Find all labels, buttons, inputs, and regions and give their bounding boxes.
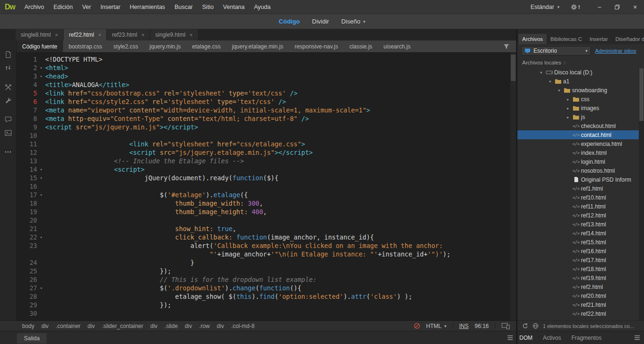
panel-menu-icon[interactable] [634,335,640,340]
code-scrollbar-thumb[interactable] [511,55,516,81]
tree-item-login.html[interactable]: </>login.html [517,157,644,166]
code-line-14[interactable]: 14▾<script> [16,165,516,174]
code-line-3[interactable]: 3▾<head> [16,72,516,80]
tree-item-ref1.html[interactable]: </>ref1.html [517,184,644,193]
tree-item-checkout.html[interactable]: </>checkout.html [517,121,644,130]
tag-.row[interactable]: .row [199,323,210,329]
code-line-29[interactable]: 29}); [16,301,516,309]
device-preview-icon[interactable] [501,323,510,329]
doc-type-dropdown[interactable]: HTML ▾ [426,323,446,329]
fold-arrow-icon[interactable]: ▾ [37,72,45,80]
related-file-bootstrap.css[interactable]: bootstrap.css [63,40,108,52]
live-view-icon[interactable] [0,80,16,94]
tree-scrollbar[interactable] [639,68,644,320]
tree-item-ref17.html[interactable]: </>ref17.html [517,256,644,264]
code-line-12[interactable]: 12<script src="js/jquery.etalage.min.js"… [16,148,516,157]
view-mode-diseño[interactable]: Diseño▾ [341,18,365,25]
restore-button[interactable] [608,0,626,14]
file-management-icon[interactable] [0,61,16,74]
tree-item-ref19.html[interactable]: </>ref19.html [517,273,644,282]
code-line-8[interactable]: 8<meta http-equiv="Content-Type" content… [16,114,516,123]
toolbar-options-icon[interactable] [0,145,16,159]
code-line-18[interactable]: 18thumb_image_width: 300, [16,199,516,208]
code-line-7[interactable]: 7<meta name="viewport" content="width=de… [16,106,516,114]
tree-item-ref18.html[interactable]: </>ref18.html [517,264,644,273]
code-line-10[interactable]: 10 [16,131,516,140]
code-line-1[interactable]: 1<!DOCTYPE HTML> [16,55,516,64]
code-line-wrap[interactable]: "'+image_anchor+'"\n(in Etalage instance… [16,250,516,258]
tree-item-ref2.html[interactable]: </>ref2.html [517,282,644,291]
tag-div[interactable]: div [41,323,48,329]
collapse-icon[interactable]: ▾ [538,70,544,75]
tag-body[interactable]: body [22,323,34,329]
code-line-28[interactable]: 28etalage_show( $(this).find('option:sel… [16,292,516,301]
menu-edición[interactable]: Edición [49,4,78,10]
related-file-uisearch.js[interactable]: uisearch.js [378,40,416,52]
tag-div[interactable]: div [185,323,192,329]
bottom-tab-dom[interactable]: DOM [519,335,533,341]
related-file-responsive-nav.js[interactable]: responsive-nav.js [289,40,343,52]
related-file-classie.js[interactable]: classie.js [344,40,378,52]
tree-scrollbar-thumb[interactable] [639,68,644,121]
doc-tab-single9.html[interactable]: single9.html× [150,29,198,40]
format-source-icon[interactable] [0,94,16,107]
tree-item-js[interactable]: ▸js [517,112,644,121]
menu-herramientas[interactable]: Herramientas [125,4,170,10]
code-line-26[interactable]: 26// This is for the dropdown list examp… [16,275,516,284]
tree-item-ref10.html[interactable]: </>ref10.html [517,193,644,202]
tree-item-snowboarding[interactable]: ▾snowboarding [517,86,644,95]
globe-icon[interactable] [533,323,539,329]
code-line-4[interactable]: 4<title>ANALOGA</title> [16,80,516,89]
fold-arrow-icon[interactable]: ▾ [37,165,45,174]
fold-arrow-icon[interactable]: ▾ [37,284,45,292]
code-scrollbar[interactable] [510,53,516,320]
error-indicator-icon[interactable] [414,323,420,329]
code-line-6[interactable]: 6<link href="css/style2.css" rel='styles… [16,97,516,106]
related-file-etalage.css[interactable]: etalage.css [186,40,226,52]
tree-item-experiencia.html[interactable]: </>experiencia.html [517,139,644,148]
sync-settings-button[interactable]: ! [571,4,580,10]
related-file-jquery.etalage.min.js[interactable]: jquery.etalage.min.js [226,40,289,52]
tag-div[interactable]: div [87,323,95,329]
tree-item-Disco local (D:)[interactable]: ▾Disco local (D:) [517,68,644,77]
code-line-15[interactable]: 15▾jQuery(document).ready(function($){ [16,174,516,182]
tree-item-ref22.html[interactable]: </>ref22.html [517,309,644,318]
code-line-9[interactable]: 9<script src="js/jquery.min.js"></script… [16,123,516,131]
menu-ver[interactable]: Ver [78,4,96,10]
code-line-27[interactable]: 27▾$('.dropdownlist').change(function(){ [16,284,516,292]
expand-icon[interactable]: ▸ [565,106,571,111]
code-line-24[interactable]: 24} [16,258,516,267]
tree-item-ref11.html[interactable]: </>ref11.html [517,202,644,211]
site-selector[interactable]: Escritorio ▾ [521,46,591,56]
code-line-21[interactable]: 21show_hint: true, [16,224,516,233]
related-file-Código fuente[interactable]: Código fuente [16,40,63,52]
code-line-20[interactable]: 20 [16,216,516,224]
doc-tab-ref23.html[interactable]: ref23.html× [107,29,150,40]
manage-sites-link[interactable]: Administrar sitios [595,48,636,54]
tree-item-ref21.html[interactable]: </>ref21.html [517,300,644,309]
view-mode-dividir[interactable]: Dividir [312,18,329,25]
expand-icon[interactable]: ▸ [565,97,571,102]
close-tab-icon[interactable]: × [142,32,144,38]
code-line-19[interactable]: 19thumb_image_height: 400, [16,208,516,216]
close-tab-icon[interactable]: × [98,32,101,38]
doc-tab-ref22.html[interactable]: ref22.html× [64,29,107,40]
menu-sitio[interactable]: Sitio [198,4,218,10]
workspace-switcher[interactable]: Estándar ▾ [531,4,560,10]
code-line-22[interactable]: 22▾click_callback: function(image_anchor… [16,233,516,241]
panel-tab-Diseñador de[interactable]: Diseñador de [612,34,644,44]
close-button[interactable]: × [626,0,644,14]
fold-arrow-icon[interactable]: ▾ [37,233,45,241]
tree-item-index.html[interactable]: </>index.html [517,148,644,157]
related-file-jquery.min.js[interactable]: jquery.min.js [144,40,186,52]
code-line-11[interactable]: 11<link rel="stylesheet" href="css/etala… [16,140,516,148]
output-tab[interactable]: Salida [17,333,47,344]
code-line-25[interactable]: 25}); [16,267,516,275]
bottom-tab-activos[interactable]: Activos [543,335,561,341]
code-line-16[interactable]: 16 [16,182,516,191]
menu-insertar[interactable]: Insertar [95,4,125,10]
tree-item-contact.html[interactable]: </>contact.html [517,130,644,139]
menu-archivo[interactable]: Archivo [20,4,49,10]
code-line-5[interactable]: 5<link href="css/bootstrap.css" rel='sty… [16,89,516,97]
bottom-tab-fragmentos[interactable]: Fragmentos [572,335,602,341]
